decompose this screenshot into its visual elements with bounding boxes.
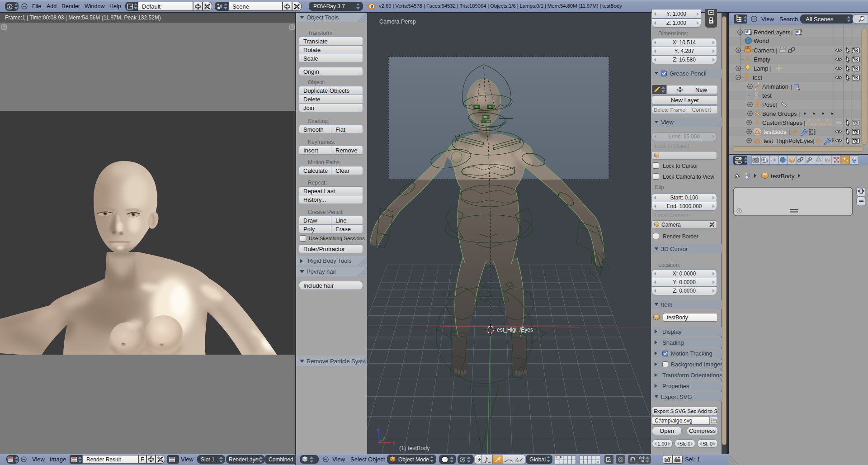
svg-text:|: | — [776, 47, 777, 54]
svg-text:Animation: Animation — [762, 83, 788, 90]
svg-text:RenderLayers: RenderLayers — [754, 29, 791, 36]
svg-text:(1) testBody: (1) testBody — [399, 445, 430, 451]
svg-text:i: i — [9, 5, 10, 9]
svg-text:World: World — [754, 38, 769, 44]
svg-text:est_Higl: est_Higl — [497, 327, 516, 333]
svg-text:Bone Groups: Bone Groups — [762, 110, 797, 117]
svg-text:y: y — [382, 435, 385, 441]
svg-text:x: x — [392, 440, 395, 445]
svg-text:CustomShapes: CustomShapes — [762, 119, 802, 126]
svg-text:Camera: Camera — [754, 47, 775, 54]
svg-text:|: | — [798, 110, 800, 117]
svg-text:All Scenes: All Scenes — [806, 16, 834, 23]
svg-text:|: | — [788, 128, 790, 135]
svg-text:test: test — [762, 92, 772, 99]
svg-text:|: | — [813, 138, 814, 144]
svg-text:|: | — [791, 29, 793, 36]
svg-text:test_HighPolyEyes: test_HighPolyEyes — [764, 138, 813, 144]
svg-text:testBody: testBody — [771, 173, 795, 180]
svg-text:Empty: Empty — [754, 56, 770, 63]
svg-text:Search: Search — [779, 16, 798, 23]
svg-text:Pose: Pose — [762, 101, 776, 108]
svg-text:z: z — [377, 426, 380, 432]
svg-text:test: test — [753, 74, 762, 81]
svg-text:View: View — [761, 16, 774, 23]
svg-text:Lamp: Lamp — [754, 65, 769, 72]
svg-text:|: | — [769, 65, 771, 72]
svg-text:|: | — [804, 119, 805, 126]
svg-text:|: | — [791, 83, 792, 90]
svg-text:|: | — [776, 101, 777, 108]
svg-text:Camera Persp: Camera Persp — [379, 19, 416, 25]
svg-text:/Eyes: /Eyes — [519, 327, 533, 333]
svg-text:testBody: testBody — [764, 128, 787, 135]
